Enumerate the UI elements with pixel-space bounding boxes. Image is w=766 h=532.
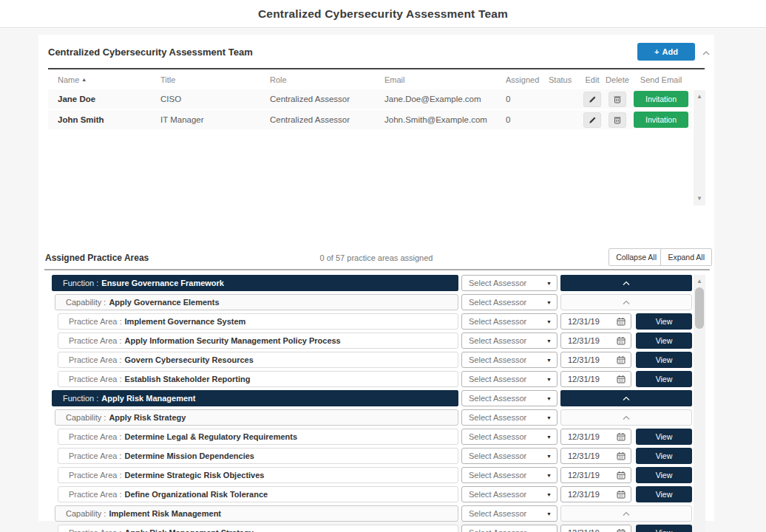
due-date-input[interactable]: 12/31/19 [560,448,631,464]
assessor-select[interactable]: Select Assessor ▼ [461,467,557,483]
scroll-up-icon[interactable]: ▲ [694,92,705,102]
scroll-down-icon[interactable]: ▼ [694,194,705,204]
due-date-value: 12/31/19 [568,432,600,441]
row-label-box[interactable]: Capability :Apply Governance Elements [55,294,458,310]
row-prefix: Practice Area : [69,432,122,441]
view-button-label: View [656,336,673,345]
panel-collapse-chevron-icon[interactable] [701,47,711,56]
assessor-select[interactable]: Select Assessor ▼ [461,390,557,406]
row-actions: 12/31/19 View [560,313,692,330]
dropdown-arrow-icon: ▼ [546,396,552,401]
dropdown-arrow-icon: ▼ [546,492,552,497]
collapse-toggle[interactable] [560,294,692,310]
view-button[interactable]: View [636,332,692,349]
invitation-button[interactable]: Invitation [634,91,688,107]
row-prefix: Practice Area : [69,451,122,460]
scroll-up-icon[interactable]: ▲ [694,276,705,287]
row-label-box[interactable]: Function :Ensure Governance Framework [52,275,458,291]
dropdown-arrow-icon: ▼ [546,511,552,516]
row-label-box[interactable]: Practice Area :Determine Legal & Regulat… [58,429,458,445]
row-label-box[interactable]: Practice Area :Establish Stakeholder Rep… [58,371,458,387]
due-date-input[interactable]: 12/31/19 [560,332,631,349]
assessor-select[interactable]: Select Assessor ▼ [461,525,557,532]
view-button[interactable]: View [636,352,692,368]
collapse-toggle[interactable] [560,275,692,291]
row-actions [560,390,692,406]
assessor-select[interactable]: Select Assessor ▼ [461,409,557,426]
row-label-box[interactable]: Practice Area :Define Organizational Ris… [58,486,458,502]
due-date-input[interactable]: 12/31/19 [560,467,631,483]
collapse-toggle[interactable] [560,409,692,426]
practice-row: Practice Area :Define Organizational Ris… [38,486,692,502]
assessor-select-value: Select Assessor [469,375,526,383]
row-label-box[interactable]: Capability :Apply Risk Strategy [55,409,458,426]
column-header-role[interactable]: Role [270,75,384,84]
assessor-select[interactable]: Select Assessor ▼ [461,371,557,387]
row-actions: 12/31/19 View [560,352,692,368]
view-button-label: View [656,451,673,460]
view-button[interactable]: View [636,313,692,330]
edit-button[interactable] [583,112,601,128]
calendar-icon [617,471,626,480]
page: Centralized Cybersecurity Assessment Tea… [0,0,766,532]
practice-list-scrollbar[interactable]: ▲ ▼ [694,275,705,532]
view-button[interactable]: View [636,371,692,387]
row-label-box[interactable]: Practice Area :Govern Cybersecurity Reso… [58,352,458,368]
due-date-input[interactable]: 12/31/19 [560,486,631,502]
due-date-input[interactable]: 12/31/19 [560,429,631,445]
table-row: Jane Doe CISO Centralized Assessor Jane.… [48,89,692,109]
chevron-up-icon [623,300,630,305]
assessor-select[interactable]: Select Assessor ▼ [461,448,557,464]
row-label-box[interactable]: Practice Area :Determine Strategic Risk … [58,467,458,483]
row-title: Establish Stakeholder Reporting [125,375,251,383]
team-table-scrollbar[interactable]: ▲ ▼ [694,90,705,205]
row-label-box[interactable]: Practice Area :Implement Governance Syst… [58,313,458,330]
column-header-email[interactable]: Email [384,75,506,84]
collapse-all-button[interactable]: Collapse All [609,248,664,266]
assessor-select[interactable]: Select Assessor ▼ [461,294,557,310]
due-date-value: 12/31/19 [568,490,600,499]
calendar-icon [617,336,626,345]
view-button[interactable]: View [636,525,692,532]
edit-button[interactable] [583,92,601,107]
collapse-toggle[interactable] [560,505,692,522]
assessor-select[interactable]: Select Assessor ▼ [461,505,557,522]
due-date-input[interactable]: 12/31/19 [560,352,631,368]
row-label-box[interactable]: Capability :Implement Risk Management [55,505,458,522]
delete-button[interactable] [609,112,626,128]
row-title: Define Organizational Risk Tolerance [125,490,268,499]
due-date-input[interactable]: 12/31/19 [560,371,631,387]
column-header-status[interactable]: Status [549,75,580,84]
row-title: Apply Governance Elements [109,298,219,307]
assessor-select[interactable]: Select Assessor ▼ [461,313,557,330]
row-label-box[interactable]: Function :Apply Risk Management [52,390,458,406]
view-button[interactable]: View [636,429,692,445]
invitation-button[interactable]: Invitation [634,112,688,128]
due-date-input[interactable]: 12/31/19 [560,313,631,330]
scrollbar-thumb[interactable] [695,287,704,329]
column-header-assigned[interactable]: Assigned [506,75,549,84]
row-label-box[interactable]: Practice Area :Determine Mission Depende… [58,448,458,464]
assessor-select[interactable]: Select Assessor ▼ [461,486,557,502]
practice-panel-divider [44,269,710,270]
due-date-input[interactable]: 12/31/19 [560,525,631,532]
view-button[interactable]: View [636,467,692,483]
dropdown-arrow-icon: ▼ [546,281,552,286]
assessor-select[interactable]: Select Assessor ▼ [461,275,557,291]
collapse-toggle[interactable] [560,390,692,406]
row-label-box[interactable]: Practice Area :Apply Information Securit… [58,332,458,349]
assessor-select[interactable]: Select Assessor ▼ [461,332,557,349]
view-button[interactable]: View [636,448,692,464]
view-button[interactable]: View [636,486,692,502]
expand-all-button[interactable]: Expand All [660,248,712,266]
add-member-button[interactable]: +Add [637,43,695,61]
assessor-select[interactable]: Select Assessor ▼ [461,352,557,368]
assessor-select[interactable]: Select Assessor ▼ [461,429,557,445]
column-header-name[interactable]: Name▲ [48,75,160,84]
row-title: Govern Cybersecurity Resources [125,355,254,364]
row-label-box[interactable]: Practice Area :Apply Risk Management Str… [58,525,458,532]
dropdown-arrow-icon: ▼ [546,358,552,363]
delete-button[interactable] [609,92,626,107]
member-name: Jane Doe [48,95,160,103]
column-header-title[interactable]: Title [160,75,270,84]
